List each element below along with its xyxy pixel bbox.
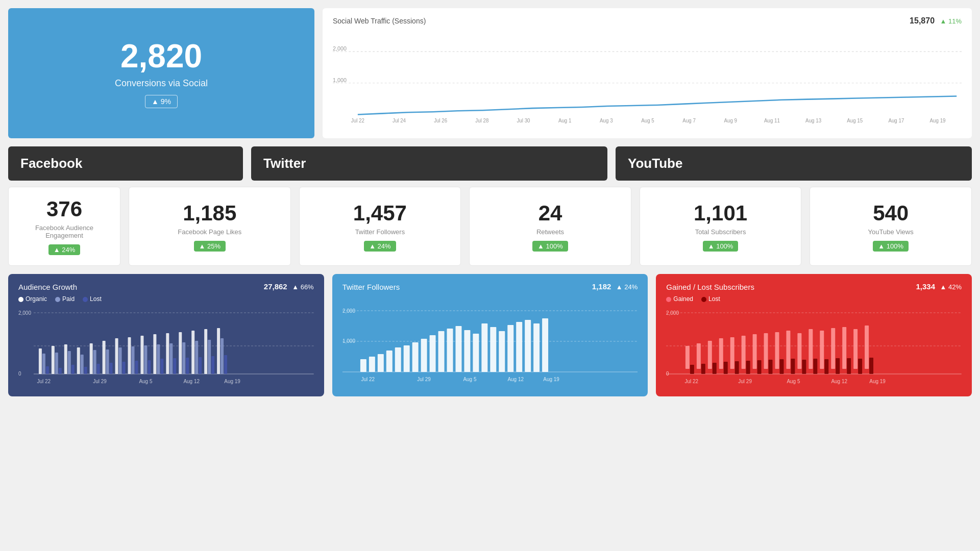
svg-rect-85 bbox=[412, 342, 418, 372]
subscribers-card: Gained / Lost Subscribers 1,334 ▲ 42% Ga… bbox=[656, 274, 972, 396]
svg-rect-95 bbox=[499, 331, 505, 372]
svg-rect-35 bbox=[84, 367, 87, 374]
svg-rect-29 bbox=[59, 368, 62, 374]
svg-rect-120 bbox=[735, 361, 739, 374]
svg-text:Jul 24: Jul 24 bbox=[393, 118, 406, 123]
svg-text:Aug 19: Aug 19 bbox=[930, 118, 946, 123]
subscribers-chart: 2,000 0 bbox=[666, 308, 962, 384]
svg-rect-130 bbox=[791, 359, 795, 374]
svg-text:Aug 12: Aug 12 bbox=[507, 377, 524, 382]
svg-rect-53 bbox=[160, 359, 163, 374]
svg-rect-87 bbox=[429, 335, 435, 372]
twitter-followers-pct: ▲ 24% bbox=[616, 283, 638, 291]
svg-rect-92 bbox=[473, 334, 479, 372]
traffic-chart: 2,000 1,000 Jul 22 Jul 24 Jul 26 Jul 28 … bbox=[333, 31, 962, 125]
svg-text:2,000: 2,000 bbox=[18, 310, 31, 316]
twitter-followers-card: Twitter Followers 1,182 ▲ 24% 2,000 1,00… bbox=[332, 274, 648, 396]
audience-card: Audience Growth 27,862 ▲ 66% Organic Pai… bbox=[8, 274, 324, 396]
svg-text:Aug 5: Aug 5 bbox=[787, 379, 800, 384]
conversions-badge: ▲ 9% bbox=[145, 95, 178, 108]
svg-text:2,000: 2,000 bbox=[666, 310, 679, 316]
audience-title: Audience Growth bbox=[18, 283, 77, 291]
svg-rect-28 bbox=[55, 353, 58, 374]
twitter-header: Twitter bbox=[251, 146, 607, 181]
svg-text:Aug 9: Aug 9 bbox=[724, 118, 738, 123]
subscribers-legend: Gained Lost bbox=[666, 295, 962, 303]
traffic-value: 15,870 bbox=[910, 16, 935, 25]
svg-text:Aug 17: Aug 17 bbox=[888, 118, 904, 123]
svg-rect-57 bbox=[179, 332, 182, 374]
svg-text:0: 0 bbox=[18, 371, 21, 377]
svg-text:Jul 29: Jul 29 bbox=[417, 377, 431, 382]
svg-rect-47 bbox=[135, 361, 138, 374]
audience-chart: 2,000 0 bbox=[18, 308, 314, 384]
svg-rect-81 bbox=[378, 354, 384, 372]
svg-rect-80 bbox=[369, 357, 375, 372]
subscribers-pct: ▲ 42% bbox=[940, 283, 962, 291]
svg-rect-129 bbox=[787, 331, 791, 369]
svg-rect-126 bbox=[769, 360, 773, 374]
svg-rect-133 bbox=[809, 329, 813, 369]
svg-rect-144 bbox=[869, 358, 873, 374]
svg-rect-113 bbox=[697, 343, 701, 369]
svg-rect-94 bbox=[490, 327, 496, 372]
svg-rect-61 bbox=[195, 341, 198, 374]
svg-rect-51 bbox=[153, 334, 156, 374]
twitter-followers-summary: 1,182 ▲ 24% bbox=[592, 282, 638, 291]
stat-fb-likes: 1,185 Facebook Page Likes ▲ 25% bbox=[129, 187, 291, 266]
svg-text:Aug 19: Aug 19 bbox=[870, 379, 886, 384]
svg-rect-79 bbox=[360, 359, 366, 372]
svg-text:1,000: 1,000 bbox=[333, 77, 347, 83]
svg-rect-122 bbox=[746, 361, 750, 374]
svg-rect-99 bbox=[533, 323, 540, 372]
svg-rect-37 bbox=[93, 350, 96, 374]
svg-rect-114 bbox=[701, 364, 705, 374]
stat-yt-views: 540 YouTube Views ▲ 100% bbox=[810, 187, 972, 266]
svg-rect-27 bbox=[52, 346, 55, 374]
twitter-followers-chart: 2,000 1,000 bbox=[342, 306, 638, 382]
audience-summary: 27,862 ▲ 66% bbox=[264, 282, 314, 291]
svg-rect-46 bbox=[131, 346, 134, 374]
svg-rect-30 bbox=[64, 344, 67, 374]
svg-rect-123 bbox=[753, 334, 757, 369]
svg-text:Aug 3: Aug 3 bbox=[600, 118, 613, 123]
svg-rect-41 bbox=[110, 363, 113, 374]
svg-text:1,000: 1,000 bbox=[342, 338, 355, 344]
svg-rect-66 bbox=[217, 328, 220, 374]
audience-legend: Organic Paid Lost bbox=[18, 295, 314, 303]
svg-text:Aug 11: Aug 11 bbox=[764, 118, 780, 123]
conversions-number: 2,820 bbox=[120, 38, 202, 74]
svg-rect-140 bbox=[847, 358, 851, 374]
svg-rect-142 bbox=[858, 359, 862, 374]
traffic-summary: 15,870 ▲ 11% bbox=[910, 16, 962, 26]
bottom-row: Audience Growth 27,862 ▲ 66% Organic Pai… bbox=[8, 274, 972, 396]
svg-rect-48 bbox=[140, 336, 143, 374]
audience-value: 27,862 bbox=[264, 282, 287, 291]
svg-rect-139 bbox=[843, 327, 847, 369]
svg-rect-40 bbox=[106, 349, 109, 374]
svg-rect-118 bbox=[724, 362, 728, 374]
svg-rect-115 bbox=[708, 341, 712, 369]
conversions-label: Conversions via Social bbox=[115, 78, 208, 89]
svg-rect-125 bbox=[764, 333, 768, 369]
svg-rect-128 bbox=[780, 359, 784, 374]
svg-text:Jul 29: Jul 29 bbox=[93, 379, 107, 384]
svg-rect-116 bbox=[713, 363, 717, 374]
svg-rect-127 bbox=[775, 332, 779, 369]
svg-rect-43 bbox=[119, 347, 122, 374]
svg-rect-34 bbox=[81, 355, 84, 374]
svg-rect-131 bbox=[798, 333, 802, 369]
svg-rect-45 bbox=[128, 337, 131, 374]
svg-text:Jul 22: Jul 22 bbox=[351, 118, 364, 123]
svg-rect-44 bbox=[122, 362, 126, 374]
svg-rect-42 bbox=[115, 338, 118, 374]
svg-rect-100 bbox=[542, 318, 548, 372]
svg-rect-36 bbox=[90, 343, 93, 374]
svg-rect-111 bbox=[685, 346, 690, 369]
svg-text:Aug 12: Aug 12 bbox=[831, 379, 848, 384]
svg-rect-83 bbox=[395, 347, 401, 372]
svg-text:Aug 5: Aug 5 bbox=[463, 377, 476, 382]
stat-tw-followers: 1,457 Twitter Followers ▲ 24% bbox=[299, 187, 461, 266]
svg-rect-89 bbox=[447, 329, 453, 372]
svg-rect-54 bbox=[166, 333, 169, 374]
